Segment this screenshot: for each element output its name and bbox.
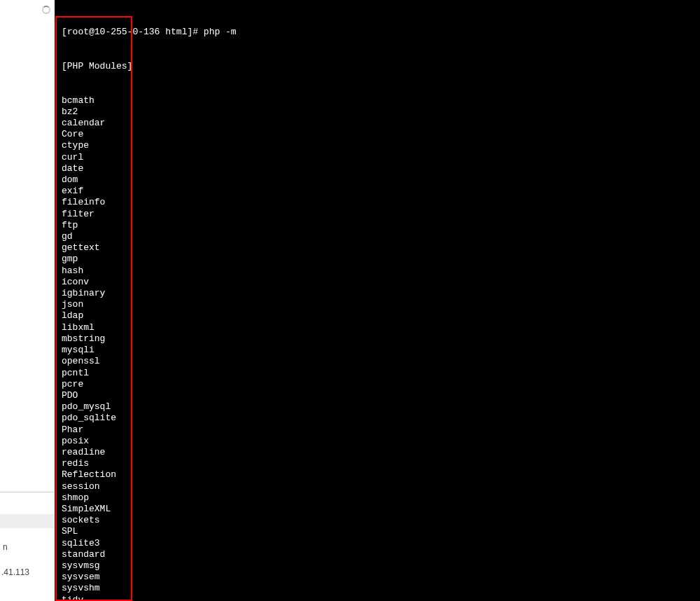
php-module-item: filter	[62, 209, 693, 220]
php-module-item: standard	[62, 549, 693, 560]
php-module-item: exif	[62, 186, 693, 197]
sidebar-ip-fragment: .41.113	[1, 567, 29, 577]
php-module-item: sysvmsg	[62, 560, 693, 572]
php-module-item: igbinary	[62, 288, 693, 299]
php-modules-list: bcmathbz2calendarCorectypecurldatedomexi…	[62, 95, 693, 601]
php-module-item: sysvshm	[62, 583, 693, 594]
php-module-item: ftp	[62, 220, 693, 231]
php-module-item: dom	[62, 174, 693, 186]
php-module-item: ctype	[62, 140, 693, 151]
php-module-item: hash	[62, 265, 693, 277]
php-module-item: gd	[62, 231, 693, 242]
php-module-item: gettext	[62, 242, 693, 254]
php-module-item: openssl	[62, 356, 693, 367]
php-module-item: calendar	[62, 118, 693, 129]
php-module-item: pdo_sqlite	[62, 413, 693, 424]
php-module-item: ldap	[62, 310, 693, 322]
php-modules-header: [PHP Modules]	[62, 61, 693, 72]
php-module-item: tidy	[62, 595, 693, 601]
php-module-item: json	[62, 299, 693, 310]
php-module-item: Core	[62, 129, 693, 140]
divider-band	[0, 514, 55, 528]
sidebar-text-fragment: n	[3, 542, 8, 552]
php-module-item: date	[62, 163, 693, 174]
php-module-item: session	[62, 481, 693, 492]
php-module-item: pcntl	[62, 368, 693, 379]
php-module-item: PDO	[62, 390, 693, 401]
php-module-item: pdo_mysql	[62, 401, 693, 413]
php-module-item: posix	[62, 436, 693, 447]
loading-spinner-icon	[42, 6, 50, 14]
php-module-item: sysvsem	[62, 572, 693, 583]
php-module-item: sockets	[62, 515, 693, 526]
php-module-item: Reflection	[62, 469, 693, 481]
php-module-item: libxml	[62, 322, 693, 333]
php-module-item: bcmath	[62, 95, 693, 106]
php-module-item: Phar	[62, 424, 693, 436]
php-module-item: fileinfo	[62, 197, 693, 208]
php-module-item: sqlite3	[62, 538, 693, 549]
divider	[0, 492, 55, 492]
left-sidebar: n .41.113	[0, 0, 55, 601]
terminal-window[interactable]: [root@10-255-0-136 html]# php -m [PHP Mo…	[55, 0, 700, 601]
terminal-prompt-line: [root@10-255-0-136 html]# php -m	[62, 27, 693, 38]
php-module-item: mysqli	[62, 345, 693, 356]
php-module-item: pcre	[62, 379, 693, 390]
php-module-item: curl	[62, 152, 693, 163]
php-module-item: readline	[62, 447, 693, 458]
php-module-item: mbstring	[62, 333, 693, 345]
php-module-item: redis	[62, 458, 693, 469]
php-module-item: bz2	[62, 106, 693, 118]
php-module-item: iconv	[62, 277, 693, 288]
php-module-item: shmop	[62, 492, 693, 504]
php-module-item: SPL	[62, 526, 693, 537]
php-module-item: SimpleXML	[62, 504, 693, 515]
php-module-item: gmp	[62, 254, 693, 265]
